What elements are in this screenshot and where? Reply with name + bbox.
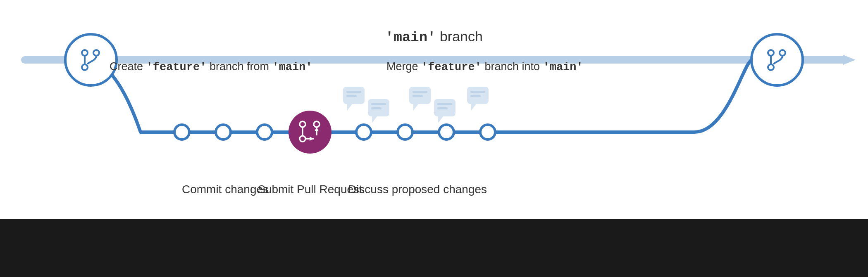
svg-point-13 [174,125,189,140]
svg-text:Commit changes: Commit changes [182,183,269,196]
svg-rect-31 [346,91,361,93]
svg-point-26 [398,125,413,140]
svg-text:Discuss proposed changes: Discuss proposed changes [348,183,487,196]
svg-point-16 [289,111,331,154]
svg-text:Submit Pull Request: Submit Pull Request [258,183,362,196]
svg-point-14 [216,125,231,140]
svg-rect-32 [346,95,357,97]
svg-marker-34 [372,116,377,123]
svg-rect-47 [470,91,485,93]
svg-rect-43 [437,103,452,105]
svg-text:'main'
       branch: 'main' branch [385,28,483,45]
svg-rect-35 [371,103,386,105]
svg-point-25 [356,125,371,140]
svg-text:Merge 
      'feature'
       : Merge 'feature' branch into 'main' [386,60,583,73]
svg-marker-38 [413,104,418,111]
diagram-area: 'main' branch Create 'feature' branch fr… [0,0,868,219]
svg-marker-42 [438,116,443,123]
svg-point-28 [480,125,495,140]
svg-rect-40 [413,95,423,97]
svg-rect-48 [470,95,481,97]
svg-point-15 [257,125,272,140]
svg-rect-44 [437,107,448,109]
svg-point-27 [439,125,454,140]
svg-marker-1 [843,55,856,65]
svg-text:Create 
      'feature'
      : Create 'feature' branch from 'main' [110,60,312,73]
svg-point-3 [65,34,117,85]
svg-rect-36 [371,107,382,109]
black-bar [0,219,868,277]
svg-rect-39 [413,91,427,93]
svg-marker-30 [347,104,352,111]
svg-marker-46 [471,104,476,111]
svg-point-8 [751,34,803,85]
